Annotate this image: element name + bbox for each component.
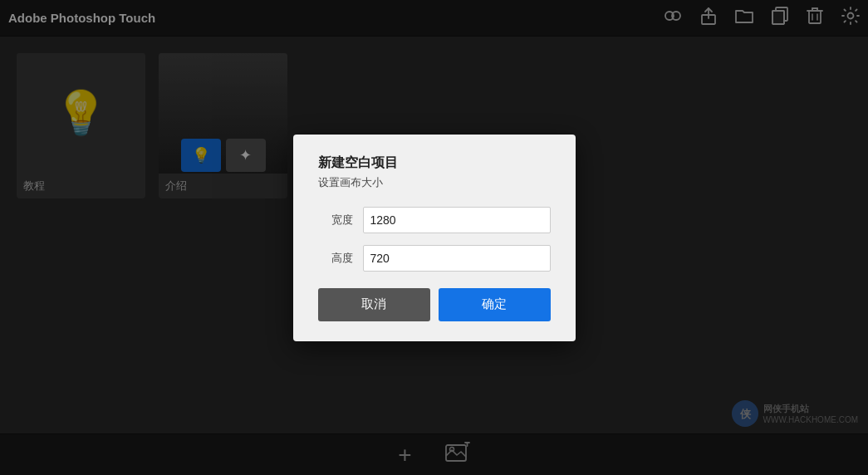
dialog-subtitle: 设置画布大小 bbox=[318, 175, 551, 190]
width-label: 宽度 bbox=[318, 213, 353, 228]
dialog: 新建空白项目 设置画布大小 宽度 高度 取消 确定 bbox=[293, 135, 576, 341]
modal-overlay: 新建空白项目 设置画布大小 宽度 高度 取消 确定 bbox=[0, 0, 868, 475]
width-input[interactable] bbox=[363, 207, 551, 233]
cancel-button[interactable]: 取消 bbox=[318, 288, 430, 321]
dialog-title: 新建空白项目 bbox=[318, 154, 551, 172]
dialog-buttons: 取消 确定 bbox=[318, 288, 551, 321]
width-field: 宽度 bbox=[318, 207, 551, 233]
height-field: 高度 bbox=[318, 245, 551, 272]
confirm-button[interactable]: 确定 bbox=[439, 288, 551, 321]
height-label: 高度 bbox=[318, 251, 353, 266]
height-input[interactable] bbox=[363, 245, 551, 272]
